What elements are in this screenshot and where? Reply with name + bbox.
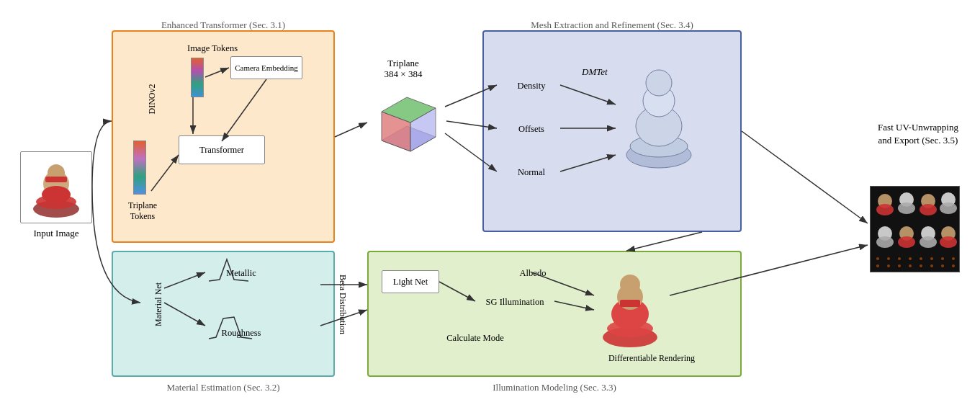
image-tokens-label: Image Tokens: [176, 43, 248, 54]
svg-point-46: [887, 264, 890, 267]
svg-point-44: [952, 257, 955, 260]
svg-point-28: [940, 202, 957, 214]
material-estimation-title: Material Estimation (Sec. 3.2): [112, 382, 335, 393]
svg-point-36: [940, 236, 957, 248]
mesh-figurine: [616, 61, 702, 177]
svg-point-14: [646, 70, 672, 96]
triplane-tokens-label: TriplaneTokens: [121, 200, 164, 222]
roughness-curve: [205, 310, 256, 342]
svg-point-39: [898, 257, 901, 260]
svg-rect-20: [620, 300, 640, 307]
svg-point-52: [952, 264, 955, 267]
svg-point-45: [876, 264, 879, 267]
svg-point-3: [42, 186, 71, 203]
beta-distribution-label: Beta Distribution: [337, 272, 348, 337]
svg-point-38: [887, 257, 890, 260]
svg-point-48: [909, 264, 912, 267]
svg-point-19: [620, 275, 640, 295]
rendered-figurine: [594, 259, 666, 353]
normal-label: Normal: [503, 167, 560, 178]
svg-point-47: [898, 264, 901, 267]
metallic-curve: [205, 252, 256, 285]
svg-point-51: [941, 264, 944, 267]
light-net-box: Light Net: [382, 270, 439, 293]
svg-rect-5: [45, 177, 67, 182]
illumination-title: Illumination Modeling (Sec. 3.3): [367, 382, 742, 393]
calculate-mode-label: Calculate Mode: [432, 333, 518, 344]
triplane-tokens-bar: [133, 141, 146, 195]
density-label: Density: [503, 81, 560, 92]
svg-point-24: [898, 202, 915, 214]
transformer-label: Transformer: [199, 145, 244, 156]
svg-point-49: [920, 264, 922, 267]
light-net-label: Light Net: [393, 277, 428, 288]
input-image-label: Input Image: [20, 228, 92, 239]
svg-point-43: [941, 257, 944, 260]
svg-point-41: [920, 257, 922, 260]
svg-line-75: [626, 232, 702, 251]
dmtet-label: DMTet: [582, 66, 608, 78]
uv-output-image: [870, 186, 960, 272]
camera-embedding-label: Camera Embedding: [235, 63, 298, 72]
input-image-box: [20, 151, 92, 223]
svg-point-26: [920, 204, 937, 215]
albedo-label: Albedo: [508, 268, 558, 279]
triplane-label: Triplane: [356, 58, 450, 69]
offsets-label: Offsets: [503, 124, 560, 135]
svg-point-34: [920, 236, 937, 248]
svg-point-42: [930, 257, 933, 260]
material-net-label: Material Net: [153, 272, 164, 337]
svg-point-32: [898, 236, 915, 248]
differentiable-rendering-label: Differentiable Rendering: [587, 353, 716, 364]
svg-line-59: [335, 122, 367, 137]
svg-point-50: [930, 264, 933, 267]
svg-point-37: [876, 257, 879, 260]
svg-point-30: [876, 236, 894, 248]
triplane-size-label: 384 × 384: [356, 68, 450, 80]
dinov2-label: DINOv2: [147, 71, 158, 128]
svg-point-40: [909, 257, 912, 260]
uv-unwrapping-title: Fast UV-Unwrapping and Export (Sec. 3.5): [868, 121, 968, 147]
enhanced-transformer-title: Enhanced Transformer (Sec. 3.1): [112, 19, 335, 31]
mesh-extraction-title: Mesh Extraction and Refinement (Sec. 3.4…: [482, 19, 742, 31]
sg-illumination-label: SG Illumination: [475, 297, 554, 308]
image-tokens-bar: [191, 58, 204, 97]
camera-embedding-box: Camera Embedding: [230, 56, 302, 79]
triplane-area: [367, 76, 446, 155]
svg-line-66: [742, 131, 868, 223]
svg-point-22: [876, 204, 894, 215]
transformer-box: Transformer: [179, 135, 265, 164]
